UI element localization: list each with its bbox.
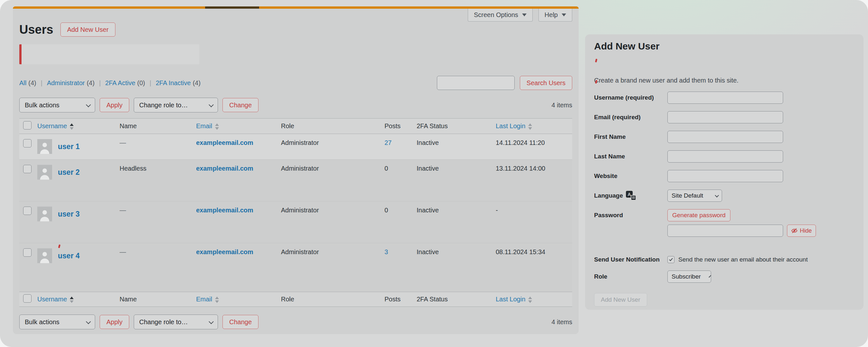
- chevron-down-icon: [209, 319, 214, 324]
- posts-count-link[interactable]: 27: [384, 139, 392, 146]
- bulk-actions-select[interactable]: Bulk actions: [19, 315, 95, 329]
- last-login-cell: 08.11.2024 15:34: [496, 248, 545, 255]
- avatar: [37, 248, 52, 263]
- first-name-input[interactable]: [668, 131, 783, 143]
- filter-2fa-active-link[interactable]: 2FA Active: [105, 80, 135, 87]
- row-checkbox[interactable]: [23, 165, 31, 173]
- screen-options-button[interactable]: Screen Options: [468, 9, 533, 22]
- row-checkbox[interactable]: [23, 207, 31, 215]
- search-users-input[interactable]: [437, 76, 515, 90]
- username-link[interactable]: user 1: [58, 142, 80, 151]
- page-header: Users Add New User: [19, 23, 572, 37]
- select-all-checkbox[interactable]: [23, 294, 31, 303]
- password-input[interactable]: [668, 225, 783, 237]
- column-header-name: Name: [120, 122, 136, 129]
- role-label: Role: [594, 273, 668, 280]
- table-row: user 1 — exampleemail.com Administrator …: [19, 134, 572, 160]
- row-checkbox[interactable]: [23, 139, 31, 148]
- accent-topbar-dark-segment: [205, 6, 259, 9]
- filter-all-count: (4): [28, 80, 36, 87]
- filter-separator: |: [150, 80, 151, 87]
- hide-label: Hide: [800, 227, 812, 234]
- users-panel: Screen Options Help Users Add New User A…: [13, 6, 579, 334]
- filter-administrator-count: (4): [87, 80, 94, 87]
- change-role-value: Change role to…: [139, 318, 188, 326]
- send-user-notification-label: Send User Notification: [594, 256, 668, 263]
- table-footer-row: Username Name Email Role Posts 2FA Statu…: [19, 292, 572, 307]
- add-new-user-submit-button[interactable]: Add New User: [594, 293, 647, 307]
- last-name-label: Last Name: [594, 153, 668, 160]
- filter-2fa-inactive-link[interactable]: 2FA Inactive: [156, 80, 191, 87]
- posts-count-link[interactable]: 3: [384, 248, 388, 255]
- generate-password-button[interactable]: Generate password: [668, 209, 731, 221]
- help-button[interactable]: Help: [538, 9, 572, 22]
- website-input[interactable]: [668, 170, 783, 182]
- add-new-user-description: Create a brand new user and add them to …: [594, 77, 855, 84]
- change-role-select[interactable]: Change role to…: [134, 315, 218, 329]
- column-header-last-login[interactable]: Last Login: [496, 122, 525, 129]
- 2fa-status-cell: Inactive: [416, 207, 439, 214]
- email-link[interactable]: exampleemail.com: [196, 165, 253, 172]
- column-header-role: Role: [281, 122, 294, 129]
- chevron-down-icon: [86, 102, 91, 107]
- screen-meta-tabs: Screen Options Help: [468, 9, 572, 22]
- apply-button[interactable]: Apply: [100, 315, 129, 329]
- new-username-input[interactable]: [668, 92, 783, 104]
- email-link[interactable]: exampleemail.com: [196, 207, 253, 214]
- role-select[interactable]: Subscriber: [668, 271, 711, 283]
- chevron-down-icon: [709, 275, 711, 278]
- table-header-row: Username Name Email Role Posts 2FA Statu…: [19, 119, 572, 134]
- add-new-user-button[interactable]: Add New User: [60, 23, 116, 37]
- send-notification-checkbox[interactable]: [668, 256, 675, 263]
- role-cell: Administrator: [281, 139, 319, 146]
- email-link[interactable]: exampleemail.com: [196, 139, 253, 146]
- language-value: Site Default: [672, 192, 703, 199]
- change-button[interactable]: Change: [222, 315, 258, 329]
- last-name-input[interactable]: [668, 150, 783, 163]
- sort-arrows-icon: [70, 123, 73, 130]
- select-all-checkbox[interactable]: [23, 121, 31, 129]
- username-link[interactable]: user 4: [58, 252, 80, 260]
- column-header-email[interactable]: Email: [196, 295, 212, 303]
- page-title: Users: [19, 23, 53, 37]
- column-header-role: Role: [281, 295, 294, 303]
- filter-administrator-link[interactable]: Administrator: [47, 80, 85, 87]
- role-cell: Administrator: [281, 207, 319, 214]
- change-role-select[interactable]: Change role to…: [134, 98, 218, 113]
- bulk-actions-select[interactable]: Bulk actions: [19, 98, 95, 113]
- change-button[interactable]: Change: [222, 98, 258, 112]
- last-login-cell: 14.11.2024 11:20: [496, 139, 545, 146]
- email-required-label: Email (required): [594, 114, 668, 121]
- sort-arrows-icon: [215, 123, 219, 130]
- search-users-button[interactable]: Search Users: [520, 76, 572, 90]
- apply-button[interactable]: Apply: [100, 98, 129, 112]
- bulk-actions-value: Bulk actions: [25, 318, 60, 326]
- column-header-2fa-status: 2FA Status: [416, 122, 448, 129]
- language-select[interactable]: Site Default: [668, 190, 722, 202]
- username-link[interactable]: user 2: [58, 168, 80, 177]
- column-header-last-login[interactable]: Last Login: [496, 295, 525, 303]
- row-checkbox[interactable]: [23, 248, 31, 257]
- error-notice: [19, 44, 199, 64]
- column-header-email[interactable]: Email: [196, 122, 212, 129]
- filter-2fa-inactive-count: (4): [192, 80, 200, 87]
- password-label: Password: [594, 212, 668, 219]
- column-header-username[interactable]: Username: [37, 295, 67, 303]
- chevron-down-icon: [86, 319, 91, 324]
- filter-all-link[interactable]: All: [19, 80, 26, 87]
- username-link[interactable]: user 3: [58, 210, 80, 219]
- user-filter-links: All (4) | Administrator (4) | 2FA Active…: [19, 80, 200, 87]
- new-email-input[interactable]: [668, 111, 783, 123]
- table-row: user 3 — exampleemail.com Administrator …: [19, 201, 572, 243]
- avatar: [37, 207, 52, 221]
- column-header-2fa-status: 2FA Status: [416, 295, 448, 303]
- send-notification-text: Send the new user an email about their a…: [678, 256, 808, 263]
- column-header-posts: Posts: [384, 295, 401, 303]
- name-cell: —: [120, 139, 126, 146]
- email-link[interactable]: exampleemail.com: [196, 248, 253, 255]
- chevron-down-icon: [522, 13, 527, 17]
- column-header-username[interactable]: Username: [37, 122, 67, 129]
- users-table: Username Name Email Role Posts 2FA Statu…: [19, 118, 572, 307]
- hide-password-button[interactable]: Hide: [787, 225, 816, 237]
- eye-slash-icon: [791, 227, 798, 234]
